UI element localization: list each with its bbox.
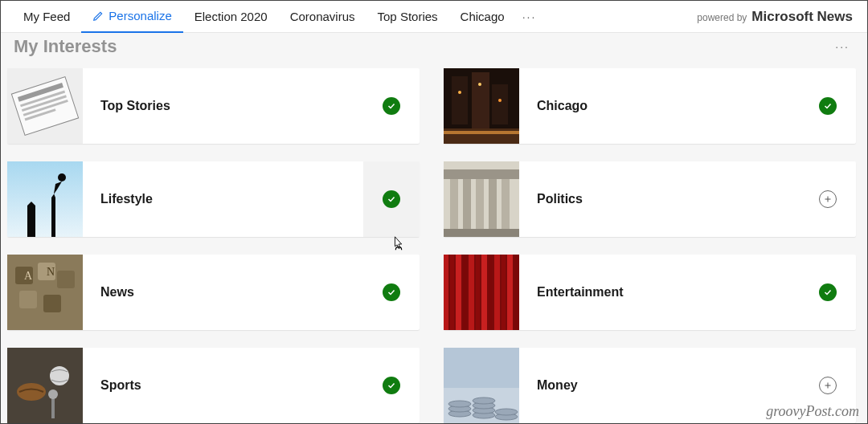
interest-thumbnail: AN — [7, 255, 83, 330]
svg-point-56 — [448, 401, 471, 407]
check-icon — [819, 97, 837, 115]
interest-toggle-selected[interactable] — [363, 161, 420, 237]
interest-sports[interactable]: Sports — [7, 348, 420, 423]
nav-top-stories[interactable]: Top Stories — [366, 1, 449, 33]
interest-label: Politics — [519, 192, 800, 206]
nav-item-label: My Feed — [23, 10, 70, 23]
svg-text:N: N — [47, 266, 55, 278]
svg-rect-50 — [51, 396, 55, 418]
svg-rect-38 — [463, 255, 467, 330]
interest-politics[interactable]: Politics — [444, 161, 856, 237]
interest-toggle-add[interactable] — [800, 161, 856, 237]
svg-rect-20 — [450, 179, 458, 229]
nav-my-feed[interactable]: My Feed — [12, 1, 81, 33]
interest-label: Chicago — [519, 99, 800, 113]
check-icon — [819, 283, 837, 301]
svg-point-17 — [58, 173, 66, 181]
powered-by-brand: Microsoft News — [751, 9, 853, 25]
interest-thumbnail — [7, 68, 83, 144]
nav-coronavirus[interactable]: Coronavirus — [279, 1, 366, 33]
nav-item-label: Personalize — [108, 9, 171, 22]
svg-rect-21 — [463, 179, 471, 229]
interest-entertainment[interactable]: Entertainment — [444, 255, 856, 330]
svg-rect-29 — [57, 271, 75, 288]
interest-thumbnail — [7, 161, 83, 237]
interest-news[interactable]: ANNews — [7, 255, 420, 330]
svg-point-51 — [48, 389, 58, 399]
svg-rect-30 — [19, 291, 37, 308]
interest-label: Lifestyle — [83, 192, 363, 206]
interest-toggle-selected[interactable] — [800, 255, 856, 330]
svg-rect-31 — [43, 295, 61, 312]
svg-rect-39 — [469, 255, 474, 330]
pencil-icon — [92, 10, 104, 22]
svg-point-60 — [473, 398, 495, 404]
nav-chicago[interactable]: Chicago — [449, 1, 516, 33]
svg-rect-16 — [7, 161, 83, 237]
powered-by: powered by Microsoft News — [697, 9, 853, 25]
svg-rect-8 — [452, 76, 468, 124]
svg-point-12 — [478, 83, 481, 86]
check-icon — [383, 97, 400, 115]
svg-rect-45 — [507, 255, 513, 330]
svg-rect-44 — [502, 255, 506, 330]
nav-item-label: Chicago — [461, 10, 505, 23]
svg-rect-23 — [489, 179, 497, 229]
section-more-button[interactable]: ··· — [835, 40, 850, 53]
interest-thumbnail — [444, 161, 519, 237]
svg-point-62 — [495, 409, 518, 415]
svg-rect-19 — [444, 169, 519, 179]
interest-chicago[interactable]: Chicago — [444, 68, 856, 144]
interest-toggle-selected[interactable] — [363, 255, 420, 330]
svg-rect-43 — [494, 255, 500, 330]
svg-rect-14 — [444, 128, 519, 144]
interest-thumbnail — [444, 255, 519, 330]
nav-personalize[interactable]: Personalize — [81, 1, 182, 33]
interest-toggle-selected[interactable] — [363, 68, 420, 144]
plus-icon — [819, 377, 837, 394]
interest-label: Entertainment — [519, 285, 800, 300]
check-icon — [383, 190, 400, 208]
svg-point-11 — [458, 91, 461, 94]
svg-rect-35 — [444, 255, 448, 330]
interest-toggle-selected[interactable] — [800, 68, 856, 144]
nav-item-label: Top Stories — [378, 10, 438, 23]
interest-top-stories[interactable]: Top Stories — [7, 68, 420, 144]
svg-point-49 — [50, 366, 69, 385]
interest-label: News — [83, 285, 363, 300]
interests-grid: Top StoriesChicagoLifestylePoliticsANNew… — [1, 57, 867, 423]
interest-label: Sports — [83, 378, 363, 393]
interest-thumbnail — [7, 348, 83, 423]
svg-rect-41 — [481, 255, 487, 330]
svg-point-13 — [498, 99, 502, 102]
svg-rect-40 — [476, 255, 480, 330]
nav-more-button[interactable]: ··· — [516, 10, 543, 23]
interest-label: Top Stories — [83, 99, 363, 113]
svg-rect-24 — [502, 179, 510, 229]
svg-rect-36 — [450, 255, 454, 330]
section-header: My Interests ··· — [1, 33, 867, 57]
check-icon — [383, 283, 400, 301]
svg-rect-42 — [489, 255, 493, 330]
nav-election-2020[interactable]: Election 2020 — [183, 1, 279, 33]
interest-lifestyle[interactable]: Lifestyle — [7, 161, 420, 237]
app-frame: My FeedPersonalizeElection 2020Coronavir… — [0, 0, 868, 424]
powered-by-label: powered by — [697, 12, 747, 23]
interest-thumbnail — [444, 348, 519, 423]
plus-icon — [819, 190, 837, 208]
interest-thumbnail — [444, 68, 519, 144]
svg-text:A: A — [24, 270, 33, 282]
svg-rect-10 — [492, 84, 508, 124]
check-icon — [383, 377, 400, 394]
svg-rect-47 — [7, 348, 83, 423]
svg-rect-22 — [476, 179, 484, 229]
top-nav: My FeedPersonalizeElection 2020Coronavir… — [1, 1, 867, 33]
svg-rect-15 — [444, 131, 519, 134]
svg-rect-25 — [444, 229, 519, 237]
interest-toggle-selected[interactable] — [363, 348, 420, 423]
nav-item-label: Election 2020 — [194, 10, 268, 23]
interest-label: Money — [519, 378, 800, 393]
watermark: groovyPost.com — [766, 403, 859, 420]
svg-rect-37 — [456, 255, 461, 330]
section-title: My Interests — [14, 36, 117, 57]
